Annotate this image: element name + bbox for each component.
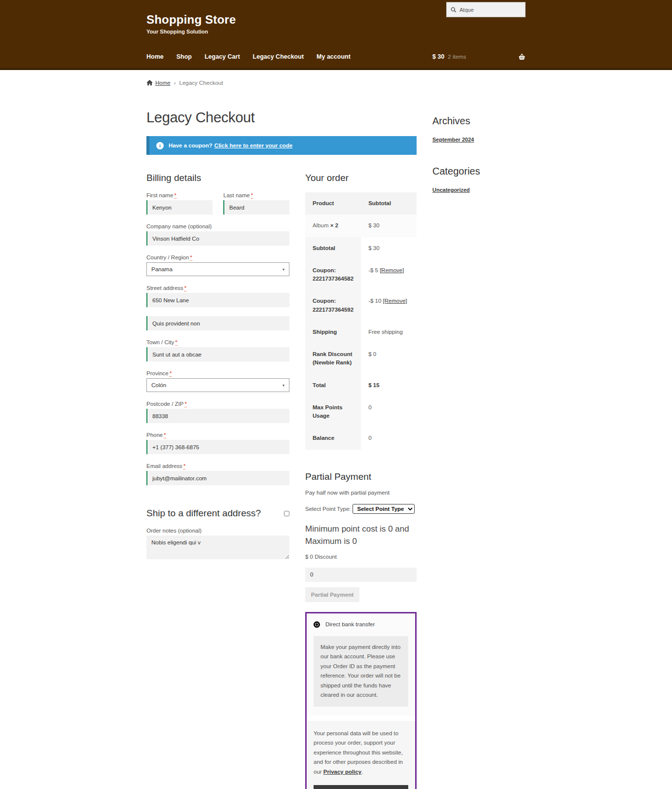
last-name-label: Last name* bbox=[223, 192, 289, 198]
payment-method-description: Make your payment directly into our bank… bbox=[314, 636, 408, 707]
breadcrumb-separator: › bbox=[174, 80, 176, 86]
sidebar-item-archive-september-2024[interactable]: September 2024 bbox=[432, 137, 474, 143]
home-icon bbox=[146, 80, 153, 86]
company-input[interactable] bbox=[146, 231, 289, 246]
breadcrumb-home-link[interactable]: Home bbox=[146, 80, 171, 86]
search-input[interactable] bbox=[460, 7, 521, 13]
sidebar: Archives September 2024 Categories Uncat… bbox=[432, 115, 526, 789]
table-row-rank-discount: Rank Discount (Newbie Rank) $ 0 bbox=[305, 343, 417, 374]
product-subtotal: $ 30 bbox=[361, 215, 417, 237]
address1-label: Street address* bbox=[146, 285, 289, 291]
breadcrumb-home-label: Home bbox=[155, 80, 171, 86]
categories-heading: Categories bbox=[432, 166, 526, 177]
place-order-button[interactable]: Place order bbox=[314, 785, 408, 789]
phone-label: Phone* bbox=[146, 432, 289, 438]
email-field[interactable] bbox=[146, 471, 289, 485]
main-nav: Home Shop Legacy Cart Legacy Checkout My… bbox=[146, 45, 526, 68]
address1-group: Street address* bbox=[146, 285, 289, 307]
country-select[interactable]: Panama ▾ bbox=[146, 262, 289, 276]
point-type-select[interactable]: Select Point Type bbox=[353, 504, 415, 514]
product-name: Album bbox=[313, 222, 329, 228]
point-type-label: Select Point Type: bbox=[305, 506, 351, 512]
ship-different-checkbox[interactable] bbox=[284, 511, 289, 516]
your-order-section: Your order Product Subtotal Album × 2 $ bbox=[305, 173, 417, 789]
order-review-table: Product Subtotal Album × 2 $ 30 bbox=[305, 192, 417, 450]
province-group: Province* Colón ▾ bbox=[146, 370, 289, 392]
breadcrumb: Home › Legacy Checkout bbox=[146, 80, 417, 86]
table-header-row: Product Subtotal bbox=[305, 192, 417, 215]
postcode-group: Postcode / ZIP* bbox=[146, 401, 289, 423]
country-group: Country / Region* Panama ▾ bbox=[146, 254, 289, 276]
privacy-policy-link[interactable]: Privacy policy bbox=[323, 769, 361, 775]
points-amount-input[interactable] bbox=[305, 568, 417, 582]
first-name-label: First name* bbox=[146, 192, 212, 198]
billing-details-section: Billing details First name* Last name* C… bbox=[146, 173, 289, 789]
table-row-coupon-2: Coupon: 2221737364592 -$ 10 [Remove] bbox=[305, 290, 417, 321]
billing-heading: Billing details bbox=[146, 173, 289, 183]
nav-item-legacy-cart[interactable]: Legacy Cart bbox=[205, 53, 240, 60]
cart-total[interactable]: $ 30 bbox=[432, 53, 444, 60]
nav-item-home[interactable]: Home bbox=[146, 53, 164, 60]
table-row-balance: Balance 0 bbox=[305, 427, 417, 449]
required-marker: * bbox=[184, 285, 186, 291]
country-label: Country / Region* bbox=[146, 254, 289, 260]
city-input[interactable] bbox=[146, 347, 289, 361]
table-row-max-points: Max Points Usage 0 bbox=[305, 396, 417, 428]
page-title: Legacy Checkout bbox=[146, 109, 417, 126]
nav-item-legacy-checkout[interactable]: Legacy Checkout bbox=[253, 53, 304, 60]
city-group: Town / City* bbox=[146, 339, 289, 361]
first-name-group: First name* bbox=[146, 192, 212, 215]
postcode-input[interactable] bbox=[146, 409, 289, 423]
privacy-notice: Your personal data will be used to proce… bbox=[314, 729, 408, 777]
remove-coupon-link[interactable]: [Remove] bbox=[383, 298, 407, 304]
required-marker: * bbox=[183, 463, 185, 469]
cart-items-count: 2 items bbox=[448, 54, 466, 60]
cart-basket-icon[interactable] bbox=[518, 53, 526, 61]
coupon-banner-text: Have a coupon?Click here to enter your c… bbox=[169, 143, 292, 148]
address2-input[interactable] bbox=[146, 316, 289, 330]
order-notes-label: Order notes (optional) bbox=[146, 528, 289, 534]
required-marker: * bbox=[175, 339, 177, 346]
radio-selected-icon[interactable] bbox=[314, 621, 320, 628]
ship-different-heading: Ship to a different address? bbox=[146, 508, 261, 519]
cart-item-row: Album × 2 $ 30 bbox=[305, 215, 417, 237]
partial-payment-subtext: Pay half now with partial payment bbox=[305, 490, 417, 496]
breadcrumb-current: Legacy Checkout bbox=[179, 80, 223, 86]
required-marker: * bbox=[190, 254, 192, 261]
chevron-down-icon: ▾ bbox=[283, 383, 284, 388]
country-select-value: Panama bbox=[151, 266, 173, 272]
sidebar-item-category-uncategorized[interactable]: Uncategorized bbox=[432, 187, 470, 193]
coupon-banner-link[interactable]: Click here to enter your code bbox=[214, 143, 293, 148]
nav-item-my-account[interactable]: My account bbox=[317, 53, 351, 60]
postcode-label: Postcode / ZIP* bbox=[146, 401, 289, 407]
address2-group bbox=[146, 316, 289, 330]
partial-payment-button[interactable]: Partial Payment bbox=[305, 587, 359, 602]
point-discount-text: $ 0 Discount bbox=[305, 554, 417, 560]
search-icon bbox=[451, 7, 457, 13]
province-select[interactable]: Colón ▾ bbox=[146, 378, 289, 392]
first-name-input[interactable] bbox=[146, 200, 212, 215]
table-row-shipping: Shipping Free shipping bbox=[305, 321, 417, 343]
product-qty: × 2 bbox=[330, 222, 338, 228]
nav-item-shop[interactable]: Shop bbox=[177, 53, 192, 60]
payment-method-option[interactable]: Direct bank transfer bbox=[314, 621, 408, 628]
your-order-heading: Your order bbox=[305, 173, 417, 183]
order-notes-group: Order notes (optional) Nobis eligendi qu… bbox=[146, 528, 289, 561]
payment-method-label: Direct bank transfer bbox=[325, 621, 375, 627]
divider bbox=[307, 716, 415, 721]
last-name-input[interactable] bbox=[223, 200, 289, 215]
coupon-banner: i Have a coupon?Click here to enter your… bbox=[146, 136, 417, 155]
order-notes-textarea[interactable]: Nobis eligendi qui v bbox=[146, 536, 289, 559]
table-row-subtotal: Subtotal $ 30 bbox=[305, 237, 417, 259]
email-group: Email address* bbox=[146, 463, 289, 485]
header-search[interactable] bbox=[446, 2, 526, 17]
archives-heading: Archives bbox=[432, 115, 526, 127]
partial-payment-heading: Partial Payment bbox=[305, 471, 417, 482]
phone-input[interactable] bbox=[146, 440, 289, 454]
required-marker: * bbox=[170, 370, 172, 377]
required-marker: * bbox=[184, 401, 186, 407]
remove-coupon-link[interactable]: [Remove] bbox=[380, 267, 404, 273]
site-tagline: Your Shopping Solution bbox=[146, 29, 526, 35]
column-subtotal: Subtotal bbox=[361, 192, 417, 215]
address1-input[interactable] bbox=[146, 293, 289, 307]
